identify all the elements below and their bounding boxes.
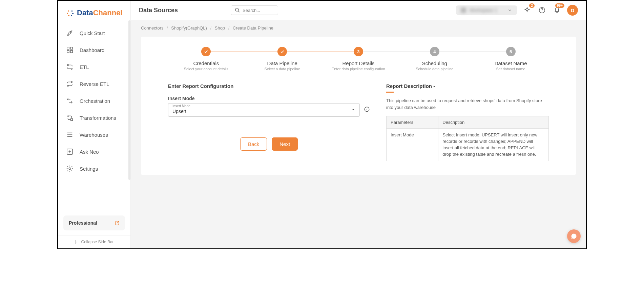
sidebar-item-label: Reverse ETL xyxy=(80,81,109,87)
svg-point-8 xyxy=(67,85,69,87)
notifications-button[interactable]: 99+ xyxy=(552,5,562,15)
sidebar-item-etl[interactable]: ETL xyxy=(58,58,130,75)
sidebar-item-dashboard[interactable]: Dashboard xyxy=(58,41,130,58)
sidebar-item-transformations[interactable]: Transformations xyxy=(58,109,130,126)
info-icon[interactable] xyxy=(364,106,370,114)
bell-badge: 99+ xyxy=(555,3,564,8)
sidebar-item-label: Quick Start xyxy=(80,30,105,36)
step-circle: 4 xyxy=(430,47,439,56)
param-desc: Select Insert mode: UPSERT will insert o… xyxy=(438,129,549,161)
step-subtitle: Select a data pipeline xyxy=(244,67,320,71)
sidebar-nav: Quick Start Dashboard ETL Reverse ETL Or… xyxy=(58,23,130,213)
plan-badge[interactable]: Professional xyxy=(63,215,125,230)
breadcrumb: Connectors / Shopify(GraphQL) / Shop / C… xyxy=(131,20,586,31)
next-button[interactable]: Next xyxy=(272,137,298,151)
svg-point-6 xyxy=(71,68,72,70)
collapse-label: Collapse Side Bar xyxy=(81,240,114,244)
step-circle xyxy=(201,47,211,56)
svg-rect-1 xyxy=(67,47,69,49)
caret-down-icon xyxy=(351,107,355,113)
ask-icon xyxy=(66,148,74,155)
step-dataset-name[interactable]: 5 Dataset Name Set dataset name xyxy=(473,47,549,71)
back-button[interactable]: Back xyxy=(240,137,267,151)
parameters-table: Parameters Description Insert Mode Selec… xyxy=(386,116,549,161)
svg-rect-3 xyxy=(67,51,69,53)
sidebar-item-ask-neo[interactable]: Ask Neo xyxy=(58,143,130,160)
step-subtitle: Enter data pipeline configuration xyxy=(320,67,397,71)
form-section-heading: Enter Report Configuration xyxy=(168,83,370,89)
sidebar-item-quick-start[interactable]: Quick Start xyxy=(58,24,130,41)
search-icon xyxy=(234,7,241,13)
form-left: Enter Report Configuration Insert Mode I… xyxy=(168,83,370,161)
button-row: Back Next xyxy=(168,137,370,151)
table-header-parameters: Parameters xyxy=(387,116,438,129)
svg-point-5 xyxy=(67,64,69,66)
stepper: Credentials Select your account details … xyxy=(168,47,549,71)
divider xyxy=(168,129,370,129)
logo-text: DataChannel xyxy=(77,8,122,17)
etl-icon xyxy=(66,63,74,71)
svg-rect-2 xyxy=(70,47,72,49)
svg-point-13 xyxy=(235,8,238,11)
page-title: Data Sources xyxy=(139,7,178,14)
content-card: Credentials Select your account details … xyxy=(141,37,576,175)
description-heading: Report Description - xyxy=(386,83,549,89)
chat-button[interactable] xyxy=(567,229,581,243)
sidebar-item-label: ETL xyxy=(80,64,89,70)
svg-rect-10 xyxy=(71,119,73,121)
breadcrumb-item[interactable]: Shopify(GraphQL) xyxy=(171,25,207,31)
svg-rect-4 xyxy=(70,51,72,53)
step-data-pipeline[interactable]: Data Pipeline Select a data pipeline xyxy=(244,47,320,71)
breadcrumb-item[interactable]: Connectors xyxy=(141,25,163,31)
chat-icon xyxy=(570,233,577,240)
search-input[interactable]: Search... xyxy=(231,5,278,15)
svg-point-7 xyxy=(71,81,72,83)
collapse-sidebar[interactable]: |←Collapse Side Bar xyxy=(58,235,130,248)
sidebar-item-label: Dashboard xyxy=(80,47,104,53)
heading-underline xyxy=(386,92,394,93)
sidebar-item-reverse-etl[interactable]: Reverse ETL xyxy=(58,75,130,92)
sidebar-item-settings[interactable]: Settings xyxy=(58,160,130,177)
step-title: Dataset Name xyxy=(473,60,549,66)
svg-point-0 xyxy=(70,32,71,33)
workspace-picker[interactable]: Workspace 1 xyxy=(456,5,517,15)
description-panel: Report Description - This pipeline can b… xyxy=(386,83,549,161)
plan-label: Professional xyxy=(69,220,97,226)
step-circle: 3 xyxy=(354,47,363,56)
dashboard-icon xyxy=(66,46,74,54)
breadcrumb-item[interactable]: Shop xyxy=(215,25,225,31)
insert-mode-float-label: Insert Mode xyxy=(172,104,190,108)
param-name: Insert Mode xyxy=(387,129,438,161)
help-button[interactable] xyxy=(537,5,547,15)
step-title: Data Pipeline xyxy=(244,60,320,66)
step-scheduling[interactable]: 4 Scheduling Schedule data pipeline xyxy=(396,47,473,71)
external-link-icon xyxy=(115,221,120,226)
workspace-icon xyxy=(461,7,466,13)
chevron-down-icon xyxy=(507,8,512,13)
sidebar-item-warehouses[interactable]: Warehouses xyxy=(58,126,130,143)
avatar-initial: D xyxy=(571,7,575,13)
avatar[interactable]: D xyxy=(567,5,578,16)
step-circle xyxy=(277,47,287,56)
step-report-details[interactable]: 3 Report Details Enter data pipeline con… xyxy=(320,47,397,71)
brand-logo[interactable]: DataChannel xyxy=(58,1,130,23)
sidebar-item-orchestration[interactable]: Orchestration xyxy=(58,92,130,109)
workspace-label: Workspace 1 xyxy=(470,7,504,13)
sidebar-scrollbar[interactable] xyxy=(128,20,130,180)
table-header-description: Description xyxy=(438,116,549,129)
sparkle-button[interactable]: 2 xyxy=(522,5,532,15)
step-title: Scheduling xyxy=(396,60,473,66)
insert-mode-select[interactable]: Insert Mode Upsert xyxy=(168,103,360,117)
step-subtitle: Select your account details xyxy=(168,67,244,71)
step-circle: 5 xyxy=(506,47,516,56)
sidebar-item-label: Orchestration xyxy=(80,98,110,104)
breadcrumb-item: Create Data Pipeline xyxy=(233,25,273,31)
search-placeholder: Search... xyxy=(243,8,260,13)
insert-mode-label: Insert Mode xyxy=(168,96,370,101)
check-icon xyxy=(280,49,285,54)
step-credentials[interactable]: Credentials Select your account details xyxy=(168,47,244,71)
step-title: Report Details xyxy=(320,60,397,66)
sidebar-item-label: Transformations xyxy=(80,115,116,121)
sidebar: DataChannel Quick Start Dashboard ETL Re… xyxy=(58,1,131,248)
rocket-icon xyxy=(66,29,74,37)
